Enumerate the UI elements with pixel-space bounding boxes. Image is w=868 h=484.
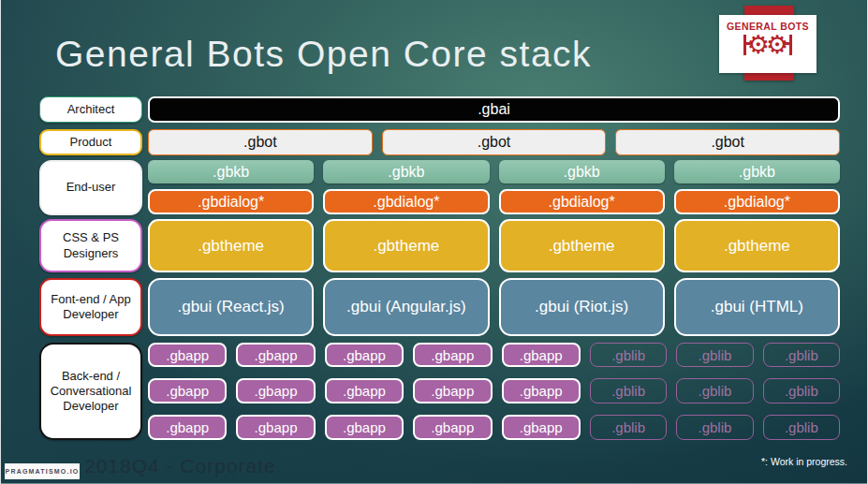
gear-icon: ⚙ — [766, 31, 788, 59]
gblib-box: .gblib — [590, 415, 667, 440]
row-gbot: .gbot.gbot.gbot — [148, 129, 840, 155]
gblib-box: .gblib — [763, 378, 840, 403]
gbapp-box: .gbapp — [413, 378, 492, 403]
gbdialog-box: .gbdialog* — [323, 189, 489, 214]
row-dev-2: .gbapp.gbapp.gbapp.gbapp.gbapp .gblib.gb… — [148, 378, 840, 403]
row-dev-3: .gbapp.gbapp.gbapp.gbapp.gbapp .gblib.gb… — [148, 415, 840, 440]
gblib-box: .gblib — [590, 378, 667, 403]
role-label-product: Product — [39, 129, 142, 155]
gbtheme-box: .gbtheme — [674, 219, 840, 272]
gbapp-box: .gbapp — [236, 415, 315, 440]
row-gbkb: .gbkb.gbkb.gbkb.gbkb — [148, 160, 840, 183]
logo-bar-right — [789, 35, 792, 55]
gbapp-box: .gbapp — [325, 415, 404, 440]
general-bots-logo: GENERAL BOTS ⚙ ⚙ — [719, 15, 817, 73]
row-gbdialog: .gbdialog*.gbdialog*.gbdialog*.gbdialog* — [148, 189, 840, 214]
gblib-box: .gblib — [676, 378, 753, 403]
gbapp-box: .gbapp — [148, 415, 227, 440]
role-label-end-user: End-user — [39, 160, 142, 215]
gbapp-box: .gbapp — [502, 343, 581, 367]
gbkb-box: .gbkb — [323, 160, 489, 183]
logo-bar-left — [743, 35, 746, 55]
gbdialog-box: .gbdialog* — [148, 189, 314, 214]
gbapp-box: .gbapp — [325, 343, 404, 367]
gbapp-box: .gbapp — [502, 378, 581, 403]
gblib-box: .gblib — [676, 343, 753, 367]
gears-icon: ⚙ ⚙ — [743, 31, 792, 59]
gbapp-box: .gbapp — [148, 378, 227, 403]
gbot-box: .gbot — [148, 129, 373, 155]
gblib-box: .gblib — [763, 415, 840, 440]
gbtheme-box: .gbtheme — [499, 219, 665, 272]
gbui-box: .gbui (Riot.js) — [499, 278, 665, 336]
gbai-box: .gbai — [148, 96, 840, 123]
gbapp-box: .gbapp — [413, 343, 492, 367]
role-label-css-ps-designers: CSS & PS Designers — [39, 219, 142, 272]
work-in-progress-footnote: *: Work in progress. — [761, 456, 847, 467]
gbapp-box: .gbapp — [236, 343, 315, 367]
gbdialog-box: .gbdialog* — [499, 189, 665, 214]
row-gbui: .gbui (React.js).gbui (Angular.js).gbui … — [148, 278, 840, 336]
gbdialog-box: .gbdialog* — [674, 189, 840, 214]
gbapp-box: .gbapp — [413, 415, 492, 440]
gblib-box: .gblib — [676, 415, 753, 440]
gbot-box: .gbot — [615, 129, 840, 155]
gbkb-box: .gbkb — [148, 160, 314, 183]
gblib-box: .gblib — [763, 343, 840, 367]
gbapp-box: .gbapp — [236, 378, 315, 403]
row-gbtheme: .gbtheme.gbtheme.gbtheme.gbtheme — [148, 219, 840, 272]
gbapp-box: .gbapp — [148, 343, 227, 367]
gbtheme-box: .gbtheme — [323, 219, 489, 272]
gbui-box: .gbui (Angular.js) — [323, 278, 489, 336]
gbapp-box: .gbapp — [502, 415, 581, 440]
slide: General Bots Open Core stack GENERAL BOT… — [0, 0, 868, 484]
gbkb-box: .gbkb — [674, 160, 840, 183]
row-dev-1: .gbapp.gbapp.gbapp.gbapp.gbapp .gblib.gb… — [148, 343, 840, 367]
gbtheme-box: .gbtheme — [148, 219, 314, 272]
role-label-backend-conversational-developer: Back-end / Conversational Developer — [39, 343, 142, 440]
role-label-architect: Architect — [39, 96, 142, 123]
footer-caption: 2018Q4 - Corporate — [84, 455, 276, 477]
gbapp-box: .gbapp — [325, 378, 404, 403]
page-title: General Bots Open Core stack — [55, 34, 592, 75]
gbkb-box: .gbkb — [499, 160, 665, 183]
pragmatismo-logo: PRAGMATISMO.IO — [5, 463, 80, 479]
gbot-box: .gbot — [382, 129, 607, 155]
row-gbai: .gbai — [148, 96, 840, 123]
gbui-box: .gbui (HTML) — [674, 278, 840, 336]
gbui-box: .gbui (React.js) — [148, 278, 314, 336]
gblib-box: .gblib — [590, 343, 667, 367]
role-label-frontend-app-developer: Font-end / App Developer — [39, 278, 142, 336]
